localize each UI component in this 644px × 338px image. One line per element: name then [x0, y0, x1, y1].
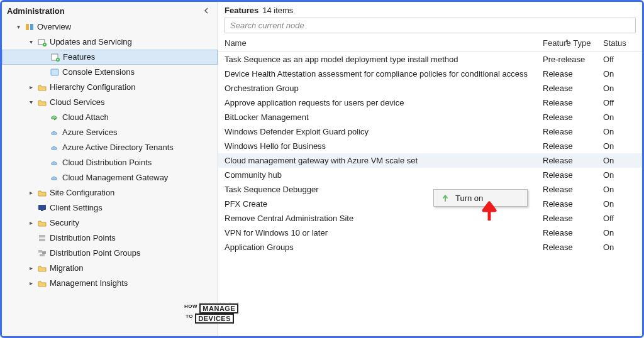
- col-status[interactable]: Status: [603, 38, 636, 48]
- main-count: 14 items: [262, 6, 293, 15]
- feature-row[interactable]: Windows Defender Exploit Guard policyRel…: [218, 124, 642, 139]
- row-name: Community hub: [225, 170, 543, 180]
- tree-site-config[interactable]: ▸ Site Configuration: [2, 185, 218, 200]
- row-status: Off: [603, 98, 636, 107]
- feature-row[interactable]: BitLocker ManagementReleaseOn: [218, 110, 642, 124]
- feature-row[interactable]: Task Sequence as an app model deployment…: [218, 52, 642, 67]
- row-status: On: [603, 243, 636, 252]
- tree-updates-servicing[interactable]: ▾ Updates and Servicing: [2, 35, 218, 50]
- expander-icon[interactable]: ▸: [27, 264, 35, 272]
- tree-features[interactable]: Features: [2, 50, 218, 65]
- folder-icon: [37, 97, 47, 107]
- feature-row[interactable]: Task Sequence DebuggerReleaseOn: [218, 182, 642, 197]
- tree-hierarchy-config[interactable]: ▸ Hierarchy Configuration: [2, 80, 218, 95]
- tree-azure-services[interactable]: Azure Services: [2, 125, 218, 140]
- expander-icon[interactable]: ▾: [27, 99, 35, 106]
- feature-row[interactable]: Application GroupsReleaseOn: [218, 240, 642, 254]
- row-status: On: [603, 127, 636, 136]
- tree-label: Cloud Services: [50, 97, 104, 108]
- tree-cloud-dist-points[interactable]: Cloud Distribution Points: [2, 155, 218, 170]
- tree-management-insights[interactable]: ▸ Management Insights: [2, 276, 218, 291]
- row-status: Off: [603, 214, 636, 223]
- feature-row[interactable]: Community hubReleaseOn: [218, 168, 642, 182]
- row-name: Application Groups: [225, 243, 543, 252]
- expander-icon[interactable]: ▾: [27, 38, 35, 46]
- tree-label: Cloud Attach: [62, 112, 109, 123]
- tree-console-extensions[interactable]: Console Extensions: [2, 65, 218, 80]
- folder-icon: [37, 278, 47, 288]
- row-type: Release: [543, 156, 603, 165]
- tree-overview[interactable]: ▾ Overview: [2, 19, 218, 35]
- row-type: Release: [543, 141, 603, 151]
- tree-cloud-attach[interactable]: Cloud Attach: [2, 110, 218, 125]
- expander-icon[interactable]: ▸: [27, 189, 35, 197]
- extensions-icon: [50, 67, 60, 77]
- row-name: VPN for Windows 10 or later: [225, 228, 543, 237]
- tree-label: Cloud Distribution Points: [62, 157, 152, 168]
- nav-tree: ▾ Overview ▾ Updates and Servicing: [2, 18, 218, 336]
- tree-azure-ad-tenants[interactable]: Azure Active Directory Tenants: [2, 140, 218, 155]
- col-feature-type[interactable]: ▴ Feature Type: [543, 38, 603, 48]
- row-type: Release: [543, 243, 603, 252]
- context-label: Turn on: [455, 194, 483, 203]
- feature-row[interactable]: Orchestration GroupReleaseOn: [218, 81, 642, 95]
- svg-rect-12: [42, 251, 46, 254]
- feature-row[interactable]: Approve application requests for users p…: [218, 95, 642, 110]
- sidebar-title: Administration: [7, 6, 65, 16]
- tree-cloud-services[interactable]: ▾ Cloud Services: [2, 95, 218, 110]
- sort-indicator-icon: ▴: [565, 36, 569, 43]
- search-input[interactable]: [230, 21, 630, 30]
- feature-row[interactable]: Cloud management gateway with Azure VM s…: [218, 153, 642, 168]
- feature-row[interactable]: VPN for Windows 10 or laterReleaseOn: [218, 226, 642, 240]
- svg-rect-11: [38, 250, 42, 253]
- turn-on-icon: [440, 193, 450, 203]
- expander-icon[interactable]: ▾: [14, 23, 22, 31]
- folder-icon: [37, 218, 47, 228]
- tree-label: Updates and Servicing: [50, 36, 132, 48]
- row-status: On: [603, 185, 636, 194]
- collapse-left-icon[interactable]: [201, 6, 211, 16]
- svg-rect-10: [39, 239, 45, 241]
- row-status: On: [603, 156, 636, 165]
- tree-cloud-mgmt-gateway[interactable]: Cloud Management Gateway: [2, 170, 218, 185]
- tree-client-settings[interactable]: Client Settings: [2, 200, 218, 215]
- search-box[interactable]: [225, 18, 636, 33]
- feature-row[interactable]: Remove Central Administration SiteReleas…: [218, 211, 642, 226]
- expander-icon[interactable]: ▸: [27, 219, 35, 227]
- row-name: Device Health Attestation assessment for…: [225, 69, 543, 79]
- tree-dist-points[interactable]: Distribution Points: [2, 231, 218, 246]
- feature-row[interactable]: Windows Hello for BusinessReleaseOn: [218, 139, 642, 153]
- feature-row[interactable]: PFX CreateReleaseOn: [218, 197, 642, 211]
- tree-label: Client Settings: [50, 202, 103, 214]
- tree-security[interactable]: ▸ Security: [2, 215, 218, 231]
- expander-icon[interactable]: ▸: [27, 280, 35, 287]
- wm-to: TO: [186, 313, 193, 320]
- server-icon: [37, 233, 47, 243]
- row-name: BitLocker Management: [225, 112, 543, 122]
- svg-rect-9: [39, 235, 45, 237]
- feature-row[interactable]: Device Health Attestation assessment for…: [218, 67, 642, 81]
- expander-icon[interactable]: ▸: [27, 84, 35, 91]
- folder-icon: [37, 188, 47, 198]
- overview-icon: [25, 22, 35, 32]
- context-menu: Turn on: [433, 189, 528, 207]
- col-name[interactable]: Name: [225, 38, 543, 48]
- features-icon: [50, 52, 60, 62]
- svg-rect-13: [40, 254, 45, 256]
- tree-migration[interactable]: ▸ Migration: [2, 261, 218, 276]
- tree-label: Cloud Management Gateway: [62, 172, 168, 183]
- context-turn-on[interactable]: Turn on: [434, 190, 527, 206]
- svg-rect-1: [30, 24, 33, 30]
- tree-label: Hierarchy Configuration: [50, 82, 136, 93]
- tree-label: Migration: [50, 263, 83, 274]
- cloud-icon: [50, 173, 60, 183]
- wm-manage: MANAGE: [199, 303, 238, 313]
- folder-icon: [37, 263, 47, 273]
- row-type: Release: [543, 112, 603, 122]
- row-type: Release: [543, 69, 603, 79]
- tree-dist-point-groups[interactable]: Distribution Point Groups: [2, 246, 218, 261]
- folder-icon: [37, 82, 47, 92]
- row-type: Release: [543, 84, 603, 93]
- row-name: Approve application requests for users p…: [225, 98, 543, 107]
- cloud-attach-icon: [50, 112, 60, 123]
